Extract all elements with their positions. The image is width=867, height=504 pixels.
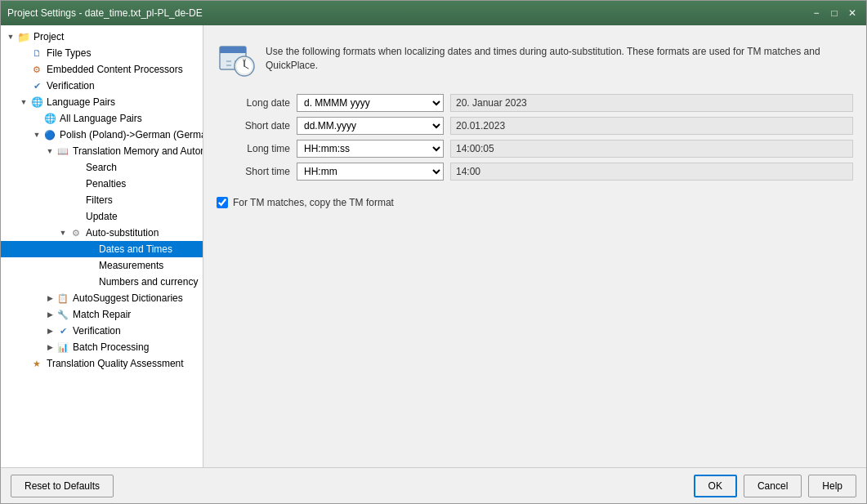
svg-rect-2 [220,51,246,53]
sidebar-item-all-language-pairs[interactable]: 🌐 All Language Pairs [1,110,203,127]
sidebar-item-tqa[interactable]: ★ Translation Quality Assessment [1,355,203,372]
short-date-select[interactable]: dd.MM.yyyy [297,117,444,135]
cancel-button[interactable]: Cancel [744,475,802,497]
sidebar-item-label: AutoSuggest Dictionaries [73,292,183,304]
long-date-value: 20. Januar 2023 [450,94,853,112]
sidebar-item-label: Verification [73,325,121,337]
sidebar-item-tm-automat[interactable]: ▼ 📖 Translation Memory and Automat [1,143,203,159]
expander-placeholder [56,177,69,190]
sidebar-item-label: Match Repair [73,309,131,320]
sidebar-item-penalties[interactable]: Penalties [1,176,203,192]
check-icon: ✔ [30,79,43,92]
bullet-icon [83,275,96,288]
sidebar-item-label: Verification [47,80,95,91]
long-date-label: Long date [217,97,290,109]
expander-placeholder [17,47,30,60]
title-bar: Project Settings - date_time.txt_pl-PL_d… [1,1,866,25]
sidebar-item-batch-processing[interactable]: ▶ 📊 Batch Processing [1,339,203,355]
sidebar-item-numbers-currency[interactable]: Numbers and currency [1,274,203,290]
panel-icon: 12 [217,38,256,78]
long-time-value: 14:00:05 [450,140,853,158]
main-panel: 12 Use the following formats when locali… [203,25,866,467]
expander-placeholder [69,259,83,272]
expander-placeholder [30,112,43,125]
lang-icon: 🌐 [30,96,43,109]
long-time-select[interactable]: HH:mm:ss [297,140,444,158]
sidebar-item-label: Penalties [86,178,126,190]
folder-icon: 📁 [17,30,30,43]
expander-icon: ▶ [43,341,56,354]
short-time-label: Short time [217,166,290,177]
maximize-button[interactable]: □ [827,6,842,20]
gear-icon: ⚙ [69,226,83,239]
tm-format-checkbox[interactable] [217,197,228,208]
sidebar-item-label: Dates and Times [99,243,172,255]
sidebar-item-label: Auto-substitution [86,227,159,239]
window: Project Settings - date_time.txt_pl-PL_d… [0,0,867,504]
short-date-value: 20.01.2023 [450,117,853,135]
sidebar-item-verification-top[interactable]: ✔ Verification [1,78,203,94]
sidebar-item-label: Measurements [99,260,163,271]
expander-icon: ▼ [30,128,43,141]
sidebar-item-dates-times[interactable]: Dates and Times [1,241,203,257]
page-icon: 🗋 [30,47,43,60]
expander-icon: ▶ [43,324,56,337]
sidebar-item-label: Update [86,211,118,222]
puzzle-icon: ⚙ [30,63,43,76]
reset-defaults-button[interactable]: Reset to Defaults [11,475,114,497]
sidebar-item-file-types[interactable]: 🗋 File Types [1,45,203,61]
sidebar-item-language-pairs[interactable]: ▼ 🌐 Language Pairs [1,94,203,110]
sidebar: ▼ 📁 Project 🗋 File Types ⚙ Embedded Cont… [1,25,203,467]
minimize-button[interactable]: − [809,6,824,20]
sidebar-item-polish-german[interactable]: ▼ 🔵 Polish (Poland)->German (Germany) [1,127,203,143]
expander-icon: ▼ [56,226,69,239]
sidebar-item-project[interactable]: ▼ 📁 Project [1,29,203,45]
bullet-icon [69,161,83,174]
flag-icon: 🔵 [43,128,56,141]
panel-description: Use the following formats when localizin… [266,38,853,73]
long-date-select[interactable]: d. MMMM yyyy [297,94,444,112]
clock-calendar-icon: 12 [217,38,256,78]
autosuggest-icon: 📋 [56,292,69,305]
expander-placeholder [56,161,69,174]
bullet-icon [83,243,96,256]
expander-placeholder [17,63,30,76]
expander-placeholder [56,210,69,223]
panel-header: 12 Use the following formats when locali… [217,38,853,78]
sidebar-item-verification[interactable]: ▶ ✔ Verification [1,323,203,339]
sidebar-item-autosuggest[interactable]: ▶ 📋 AutoSuggest Dictionaries [1,290,203,306]
close-button[interactable]: ✕ [845,6,860,20]
sidebar-item-measurements[interactable]: Measurements [1,257,203,274]
expander-icon: ▼ [4,30,17,43]
sidebar-item-filters[interactable]: Filters [1,192,203,208]
sidebar-item-embedded-content[interactable]: ⚙ Embedded Content Processors [1,61,203,78]
expander-icon: ▼ [17,96,30,109]
svg-text:12: 12 [243,58,247,62]
sidebar-item-label: All Language Pairs [60,113,142,124]
sidebar-item-label: Language Pairs [47,96,115,108]
ok-button[interactable]: OK [694,475,737,497]
sidebar-item-label: Filters [86,194,113,206]
sidebar-item-label: Numbers and currency [99,276,198,288]
tm-icon: 📖 [56,145,69,158]
sidebar-item-label: Embedded Content Processors [47,64,183,75]
sidebar-item-match-repair[interactable]: ▶ 🔧 Match Repair [1,306,203,323]
sidebar-item-label: Project [34,31,64,42]
expander-placeholder [17,357,30,370]
short-time-value: 14:00 [450,163,853,181]
sidebar-item-label: Translation Memory and Automat [73,145,203,157]
sidebar-item-search[interactable]: Search [1,159,203,176]
check-icon: ✔ [56,324,69,337]
sidebar-item-auto-substitution[interactable]: ▼ ⚙ Auto-substitution [1,225,203,241]
expander-icon: ▼ [43,145,56,158]
content-area: ▼ 📁 Project 🗋 File Types ⚙ Embedded Cont… [1,25,866,467]
short-time-select[interactable]: HH:mm [297,163,444,181]
sidebar-item-label: File Types [47,47,91,59]
expander-placeholder [17,79,30,92]
sidebar-item-update[interactable]: Update [1,208,203,225]
footer: Reset to Defaults OK Cancel Help [1,467,866,503]
sidebar-item-label: Translation Quality Assessment [47,358,184,369]
long-time-label: Long time [217,143,290,154]
help-button[interactable]: Help [808,475,856,497]
expander-placeholder [69,243,83,256]
